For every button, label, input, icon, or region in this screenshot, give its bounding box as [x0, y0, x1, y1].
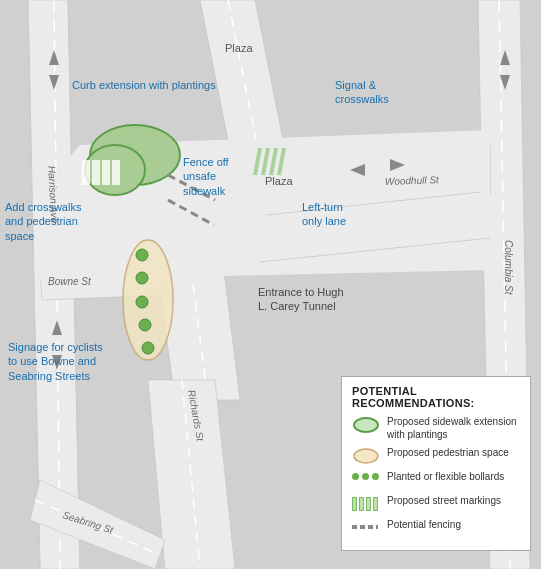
svg-point-34 [142, 342, 154, 354]
svg-point-32 [136, 296, 148, 308]
legend-icon-bollards [352, 471, 380, 489]
legend-item-bollards: Planted or flexible bollards [352, 470, 520, 489]
legend-text-fencing: Potential fencing [387, 518, 461, 531]
legend-item-sidewalk: Proposed sidewalk extensionwith planting… [352, 415, 520, 441]
legend-text-markings: Proposed street markings [387, 494, 501, 507]
legend-item-fencing: Potential fencing [352, 518, 520, 537]
label-signage-cyclists: Signage for cycliststo use Bowne andSeab… [8, 340, 103, 383]
label-tunnel-entrance: Entrance to HughL. Carey Tunnel [258, 285, 344, 314]
legend-text-bollards: Planted or flexible bollards [387, 470, 504, 483]
svg-point-31 [136, 272, 148, 284]
label-left-turn: Left-turnonly lane [302, 200, 346, 229]
svg-text:Plaza: Plaza [265, 175, 293, 187]
svg-text:Woodhull St: Woodhull St [385, 174, 440, 187]
svg-point-61 [354, 418, 378, 432]
label-signal-crosswalks: Signal &crosswalks [335, 78, 389, 107]
map-container: Woodhull St Bowne St Harrison Ave Columb… [0, 0, 541, 569]
legend-icon-ped-space [352, 447, 380, 465]
legend-text-sidewalk: Proposed sidewalk extensionwith planting… [387, 415, 517, 441]
label-add-crosswalks: Add crosswalksand pedestrianspace [5, 200, 81, 243]
svg-rect-38 [92, 160, 100, 185]
legend-text-ped-space: Proposed pedestrian space [387, 446, 509, 459]
svg-point-62 [354, 449, 378, 463]
legend-item-markings: Proposed street markings [352, 494, 520, 513]
svg-text:Plaza: Plaza [225, 42, 253, 54]
legend-icon-markings [352, 495, 380, 513]
svg-rect-39 [102, 160, 110, 185]
svg-point-33 [139, 319, 151, 331]
legend-icon-fencing [352, 519, 380, 537]
legend-icon-sidewalk [352, 416, 380, 434]
svg-rect-37 [82, 160, 90, 185]
svg-rect-40 [112, 160, 120, 185]
label-fence-off: Fence offunsafesidewalk [183, 155, 229, 198]
legend: POTENTIAL RECOMMENDATIONS: Proposed side… [341, 376, 531, 551]
label-curb-extension: Curb extension with plantings [72, 78, 216, 92]
svg-text:Bowne St: Bowne St [48, 276, 92, 287]
svg-text:Columbia St: Columbia St [503, 240, 514, 296]
legend-title: POTENTIAL RECOMMENDATIONS: [352, 385, 520, 409]
legend-item-ped-space: Proposed pedestrian space [352, 446, 520, 465]
svg-point-30 [136, 249, 148, 261]
